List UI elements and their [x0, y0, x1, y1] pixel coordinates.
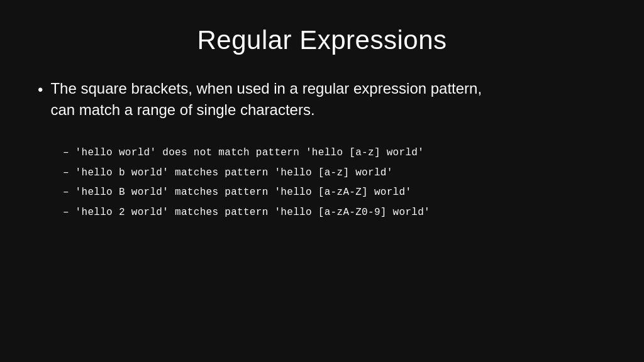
dash-1: –	[63, 145, 69, 162]
code-item-1: – 'hello world' does not match pattern '…	[63, 145, 606, 162]
code-list: – 'hello world' does not match pattern '…	[63, 145, 606, 221]
dash-2: –	[63, 165, 69, 182]
bullet-section: • The square brackets, when used in a re…	[38, 78, 606, 221]
code-text-4: 'hello 2 world' matches pattern 'hello […	[75, 205, 430, 221]
bullet-line1: The square brackets, when used in a regu…	[50, 80, 482, 97]
main-bullet: • The square brackets, when used in a re…	[38, 78, 606, 120]
bullet-text: The square brackets, when used in a regu…	[50, 78, 606, 120]
bullet-line2: can match a range of single characters.	[50, 101, 314, 118]
slide-title: Regular Expressions	[38, 25, 606, 55]
code-item-3: – 'hello B world' matches pattern 'hello…	[63, 185, 606, 201]
dash-4: –	[63, 205, 69, 221]
code-item-4: – 'hello 2 world' matches pattern 'hello…	[63, 205, 606, 221]
code-text-3: 'hello B world' matches pattern 'hello […	[75, 185, 412, 201]
slide: Regular Expressions • The square bracket…	[0, 0, 644, 362]
code-text-2: 'hello b world' matches pattern 'hello […	[75, 165, 393, 182]
code-text-1: 'hello world' does not match pattern 'he…	[75, 145, 425, 162]
dash-3: –	[63, 185, 69, 201]
bullet-dot: •	[38, 79, 43, 101]
code-item-2: – 'hello b world' matches pattern 'hello…	[63, 165, 606, 182]
